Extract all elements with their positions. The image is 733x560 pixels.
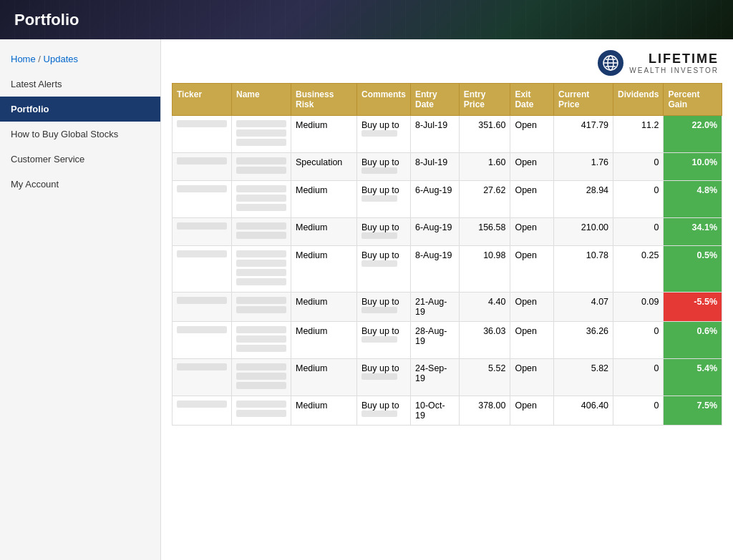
cell-entry-date: 10-Oct-19 [411,396,460,426]
cell-percent-gain: 0.6% [664,322,722,359]
cell-business-risk: Medium [291,293,357,322]
breadcrumb-separator: / [38,54,43,64]
cell-percent-gain: 5.4% [664,359,722,396]
cell-dividends: 0 [613,153,664,181]
cell-dividends: 0 [613,396,664,426]
cell-dividends: 0 [613,181,664,218]
cell-percent-gain: 7.5% [664,396,722,426]
cell-ticker [173,359,232,396]
cell-comments: Buy up to [356,181,410,218]
cell-entry-price: 5.52 [459,359,510,396]
cell-entry-date: 8-Jul-19 [411,153,460,181]
cell-percent-gain: 10.0% [664,153,722,181]
table-row: MediumBuy up to21-Aug-194.40Open4.070.09… [173,293,722,322]
cell-entry-price: 1.60 [459,153,510,181]
col-percent-gain: Percent Gain [664,84,722,116]
cell-comments: Buy up to [356,396,410,426]
cell-ticker [173,116,232,153]
sidebar-item-customer-service[interactable]: Customer Service [0,147,160,172]
cell-current-price: 36.26 [554,322,613,359]
main-layout: Home / Updates Latest Alerts Portfolio H… [0,39,733,560]
table-row: MediumBuy up to28-Aug-1936.03Open36.2600… [173,322,722,359]
cell-ticker [173,293,232,322]
logo-name: LIFETIME [629,51,719,67]
col-name: Name [232,84,291,116]
cell-dividends: 0.25 [613,246,664,293]
cell-business-risk: Medium [291,218,357,246]
cell-name [232,116,291,153]
logo-text: LIFETIME WEALTH INVESTOR [629,51,719,74]
cell-percent-gain: 0.5% [664,246,722,293]
cell-business-risk: Medium [291,396,357,426]
cell-ticker [173,181,232,218]
cell-entry-date: 6-Aug-19 [411,218,460,246]
table-row: MediumBuy up to8-Jul-19351.60Open417.791… [173,116,722,153]
cell-current-price: 1.76 [554,153,613,181]
cell-entry-price: 10.98 [459,246,510,293]
table-row: MediumBuy up to8-Aug-1910.98Open10.780.2… [173,246,722,293]
col-dividends: Dividends [613,84,664,116]
cell-current-price: 406.40 [554,396,613,426]
cell-business-risk: Medium [291,181,357,218]
logo-circle [598,50,623,76]
cell-comments: Buy up to [356,246,410,293]
sidebar-item-my-account[interactable]: My Account [0,172,160,197]
cell-entry-price: 36.03 [459,322,510,359]
cell-current-price: 28.94 [554,181,613,218]
portfolio-table: Ticker Name Business Risk Comments Entry… [172,83,722,426]
cell-percent-gain: 22.0% [664,116,722,153]
cell-comments: Buy up to [356,153,410,181]
cell-dividends: 0.09 [613,293,664,322]
cell-entry-price: 378.00 [459,396,510,426]
cell-exit-date: Open [510,359,554,396]
cell-name [232,322,291,359]
cell-current-price: 417.79 [554,116,613,153]
globe-icon [602,54,619,72]
cell-business-risk: Medium [291,246,357,293]
cell-dividends: 11.2 [613,116,664,153]
cell-exit-date: Open [510,218,554,246]
cell-ticker [173,246,232,293]
col-entry-date: Entry Date [411,84,460,116]
cell-exit-date: Open [510,153,554,181]
cell-comments: Buy up to [356,116,410,153]
cell-name [232,153,291,181]
cell-exit-date: Open [510,116,554,153]
cell-entry-date: 21-Aug-19 [411,293,460,322]
sidebar-item-latest-alerts[interactable]: Latest Alerts [0,72,160,97]
cell-current-price: 210.00 [554,218,613,246]
breadcrumb-updates[interactable]: Updates [44,54,78,64]
cell-entry-price: 4.40 [459,293,510,322]
cell-dividends: 0 [613,218,664,246]
breadcrumb-home[interactable]: Home [11,54,36,64]
breadcrumb[interactable]: Home / Updates [0,46,160,72]
cell-comments: Buy up to [356,293,410,322]
cell-business-risk: Medium [291,359,357,396]
cell-name [232,181,291,218]
cell-entry-date: 8-Jul-19 [411,116,460,153]
cell-name [232,396,291,426]
col-current-price: Current Price [554,84,613,116]
logo-area: LIFETIME WEALTH INVESTOR [172,50,722,76]
page-header: Portfolio [0,0,733,39]
main-content: LIFETIME WEALTH INVESTOR Ticker Name Bus… [161,39,733,560]
cell-entry-date: 24-Sep-19 [411,359,460,396]
table-row: SpeculationBuy up to8-Jul-191.60Open1.76… [173,153,722,181]
cell-comments: Buy up to [356,218,410,246]
cell-ticker [173,396,232,426]
cell-current-price: 10.78 [554,246,613,293]
cell-ticker [173,153,232,181]
cell-business-risk: Medium [291,322,357,359]
cell-current-price: 5.82 [554,359,613,396]
cell-entry-price: 351.60 [459,116,510,153]
col-business-risk: Business Risk [291,84,357,116]
sidebar-item-portfolio[interactable]: Portfolio [0,97,160,122]
cell-dividends: 0 [613,359,664,396]
sidebar: Home / Updates Latest Alerts Portfolio H… [0,39,161,560]
cell-ticker [173,322,232,359]
cell-exit-date: Open [510,293,554,322]
cell-entry-date: 6-Aug-19 [411,181,460,218]
cell-current-price: 4.07 [554,293,613,322]
cell-entry-price: 27.62 [459,181,510,218]
sidebar-item-how-to-buy[interactable]: How to Buy Global Stocks [0,122,160,147]
